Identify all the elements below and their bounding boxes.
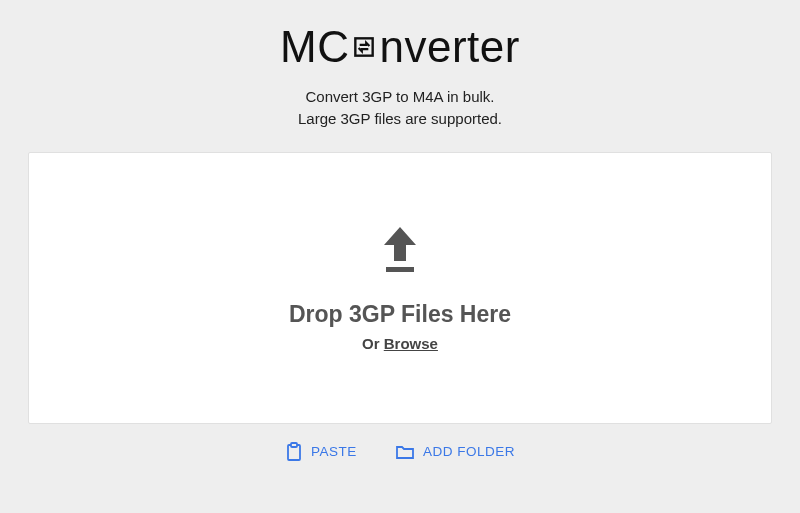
dropzone-title: Drop 3GP Files Here	[289, 301, 511, 328]
subtitle: Convert 3GP to M4A in bulk. Large 3GP fi…	[298, 86, 502, 130]
subtitle-line-1: Convert 3GP to M4A in bulk.	[298, 86, 502, 108]
actions-row: PASTE ADD FOLDER	[285, 442, 515, 462]
logo-text-right: nverter	[379, 22, 519, 72]
add-folder-button[interactable]: ADD FOLDER	[395, 444, 515, 460]
clipboard-icon	[285, 442, 303, 462]
svg-rect-0	[356, 38, 373, 55]
svg-rect-3	[291, 443, 297, 447]
subtitle-line-2: Large 3GP files are supported.	[298, 108, 502, 130]
dropzone-or-text: Or	[362, 335, 384, 352]
paste-label: PASTE	[311, 444, 357, 459]
app-logo: MC nverter	[280, 22, 520, 72]
folder-icon	[395, 444, 415, 460]
dropzone-subtitle: Or Browse	[362, 335, 438, 352]
page: MC nverter Convert 3GP to M4A in bulk. L…	[0, 0, 800, 480]
paste-button[interactable]: PASTE	[285, 442, 357, 462]
add-folder-label: ADD FOLDER	[423, 444, 515, 459]
upload-icon	[376, 223, 424, 279]
svg-rect-1	[386, 267, 414, 272]
logo-text-left: MC	[280, 22, 349, 72]
browse-link[interactable]: Browse	[384, 335, 438, 352]
swap-icon	[351, 34, 377, 60]
file-dropzone[interactable]: Drop 3GP Files Here Or Browse	[28, 152, 772, 424]
